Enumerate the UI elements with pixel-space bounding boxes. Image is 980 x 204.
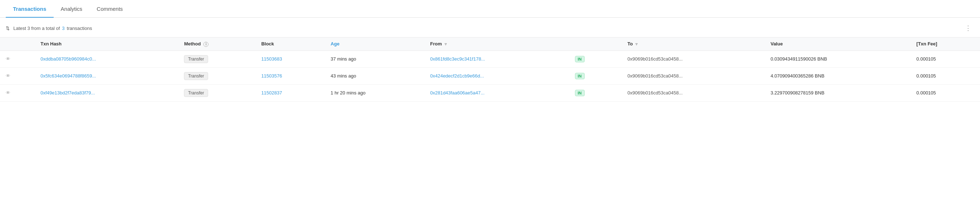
tab-analytics[interactable]: Analytics (54, 0, 90, 18)
direction-cell: IN (567, 67, 622, 84)
summary-prefix: Latest 3 from a total of (13, 26, 60, 31)
to-cell: 0x9069b016cd53ca0458... (622, 51, 765, 67)
summary-left: ⇅ Latest 3 from a total of 3 transaction… (6, 26, 92, 31)
to-cell: 0x9069b016cd53ca0458... (622, 67, 765, 84)
eye-icon[interactable]: 👁 (6, 90, 10, 96)
txn-hash-link[interactable]: 0xddba08705b960984c0... (41, 56, 96, 62)
value-cell: 3.2297009082781​59 BNB (765, 84, 910, 101)
block-cell: 11503683 (256, 51, 325, 67)
eye-cell[interactable]: 👁 (0, 67, 35, 84)
to-cell: 0x9069b016cd53ca0458... (622, 84, 765, 101)
table-row: 👁 0xf49e13bd2f7eda83f79... Transfer 1150… (0, 84, 980, 101)
txn-hash-cell: 0xddba08705b960984c0... (35, 51, 178, 67)
col-block: Block (256, 37, 325, 51)
col-from: From ▿ (425, 37, 567, 51)
from-cell: 0x861fd8c3ec9c341f178... (425, 51, 567, 67)
block-link[interactable]: 11502837 (261, 90, 282, 96)
txn-hash-cell: 0xf49e13bd2f7eda83f79... (35, 84, 178, 101)
block-link[interactable]: 11503683 (261, 56, 282, 62)
col-to: To ▿ (622, 37, 765, 51)
method-label: Method (184, 41, 200, 46)
eye-cell[interactable]: 👁 (0, 84, 35, 101)
from-cell: 0x281d43faa606ae5a47... (425, 84, 567, 101)
col-txn-hash: Txn Hash (35, 37, 178, 51)
method-badge: Transfer (184, 89, 208, 97)
direction-cell: IN (567, 51, 622, 67)
col-eye (0, 37, 35, 51)
from-link[interactable]: 0x861fd8c3ec9c341f178... (430, 56, 485, 62)
method-cell: Transfer (178, 51, 255, 67)
from-link[interactable]: 0x281d43faa606ae5a47... (430, 90, 485, 96)
method-cell: Transfer (178, 84, 255, 101)
eye-cell[interactable]: 👁 (0, 51, 35, 67)
summary-suffix: transactions (67, 26, 92, 31)
age-cell: 1 hr 20 mins ago (325, 84, 424, 101)
transactions-table-container: Txn Hash Method i Block Age From ▿ To ▿ … (0, 37, 980, 102)
eye-icon[interactable]: 👁 (6, 73, 10, 78)
table-header-row: Txn Hash Method i Block Age From ▿ To ▿ … (0, 37, 980, 51)
value-cell: 4.0709094003652​86 BNB (765, 67, 910, 84)
from-label: From (430, 41, 442, 46)
to-label: To (628, 41, 633, 46)
col-method: Method i (178, 37, 255, 51)
table-row: 👁 0x5fc634e0694788f8659... Transfer 1150… (0, 67, 980, 84)
transactions-table: Txn Hash Method i Block Age From ▿ To ▿ … (0, 37, 980, 102)
summary-row: ⇅ Latest 3 from a total of 3 transaction… (0, 18, 980, 37)
col-txn-fee: [Txn Fee] (910, 37, 980, 51)
col-direction (567, 37, 622, 51)
col-value: Value (765, 37, 910, 51)
from-filter-icon[interactable]: ▿ (445, 42, 447, 46)
block-link[interactable]: 11503576 (261, 73, 282, 78)
txn-fee-cell: 0.000105 (910, 67, 980, 84)
more-options-button[interactable]: ⋮ (962, 23, 974, 33)
block-cell: 11502837 (256, 84, 325, 101)
to-filter-icon[interactable]: ▿ (635, 42, 638, 46)
txn-hash-link[interactable]: 0x5fc634e0694788f8659... (41, 73, 96, 78)
summary-count[interactable]: 3 (62, 26, 64, 31)
txn-fee-cell: 0.000105 (910, 51, 980, 67)
direction-badge: IN (575, 56, 585, 62)
method-cell: Transfer (178, 67, 255, 84)
sort-icon: ⇅ (6, 26, 10, 31)
tab-bar: Transactions Analytics Comments (0, 0, 980, 18)
txn-fee-cell: 0.000105 (910, 84, 980, 101)
direction-badge: IN (575, 73, 585, 79)
eye-icon[interactable]: 👁 (6, 56, 10, 62)
method-badge: Transfer (184, 72, 208, 80)
method-badge: Transfer (184, 55, 208, 63)
col-age: Age (325, 37, 424, 51)
block-cell: 11503576 (256, 67, 325, 84)
age-cell: 37 mins ago (325, 51, 424, 67)
value-cell: 0.0309434911590026 BNB (765, 51, 910, 67)
from-cell: 0x424edecf2d1cb9e66d... (425, 67, 567, 84)
table-row: 👁 0xddba08705b960984c0... Transfer 11503… (0, 51, 980, 67)
from-link[interactable]: 0x424edecf2d1cb9e66d... (430, 73, 484, 78)
tabs-container: Transactions Analytics Comments (0, 0, 980, 18)
age-cell: 43 mins ago (325, 67, 424, 84)
tab-comments[interactable]: Comments (90, 0, 130, 18)
method-info-icon[interactable]: i (204, 42, 208, 47)
direction-cell: IN (567, 84, 622, 101)
txn-hash-link[interactable]: 0xf49e13bd2f7eda83f79... (41, 90, 95, 96)
txn-hash-cell: 0x5fc634e0694788f8659... (35, 67, 178, 84)
direction-badge: IN (575, 90, 585, 96)
tab-transactions[interactable]: Transactions (6, 0, 54, 18)
